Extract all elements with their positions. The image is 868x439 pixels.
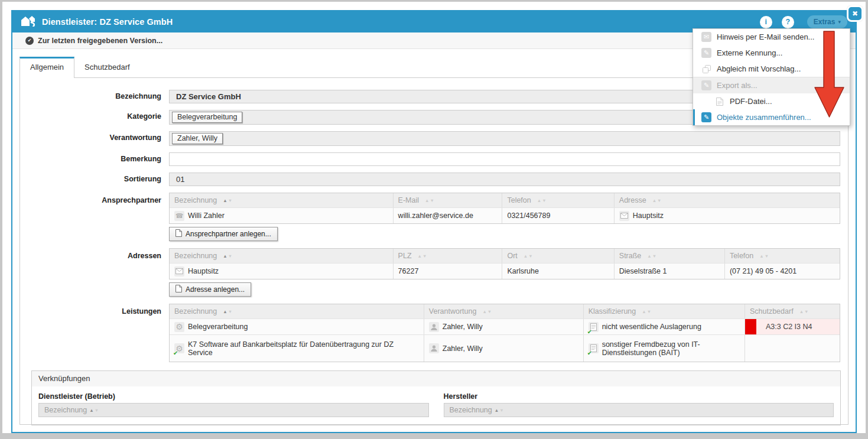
column-header-adresse[interactable]: Adresse ▲▼ — [614, 193, 840, 207]
sort-icons: ▲▼ — [799, 309, 809, 314]
add-adresse-button[interactable]: Adresse anlegen... — [169, 282, 251, 297]
adressen-table: Bezeichnung ▲▼ PLZ ▲▼ Ort ▲▼ Straße — [169, 248, 840, 279]
table-row[interactable]: ⚙✔ K7 Software auf Bankarbeitsplatz für … — [170, 334, 840, 362]
sortierung-field: 01 — [169, 173, 840, 186]
close-button[interactable]: ✖ — [847, 5, 863, 22]
check-icon: ✔ — [587, 350, 592, 356]
bezeichnung-label: Bezeichnung — [20, 90, 169, 100]
extras-button[interactable]: Extras ▾ — [807, 15, 847, 28]
table-row[interactable]: ⚙ Belegverarbeitung Zahler, Willy — [170, 318, 840, 334]
column-header-email[interactable]: E-Mail ▲▼ — [393, 193, 502, 207]
sort-icons: ▲▼ — [524, 253, 533, 259]
address-icon — [619, 211, 629, 221]
sort-icons: ▲▼ — [223, 309, 232, 314]
column-header-klassifizierung[interactable]: Klassifizierung ▲▼ — [583, 304, 745, 318]
service-provider-icon — [21, 15, 36, 29]
menu-item-abgleich-vorschlag[interactable]: Abgleich mit Vorschlag... — [693, 61, 850, 77]
menu-item-export-als: ✎ Export als... — [693, 77, 850, 93]
extras-button-label: Extras — [814, 18, 836, 26]
dienstleister-betrieb-label: Dienstleister (Betrieb) — [38, 392, 429, 401]
sort-icons: ▲▼ — [652, 198, 662, 203]
add-ansprechpartner-button[interactable]: Ansprechpartner anlegen... — [169, 227, 278, 241]
leistungen-label: Leistungen — [20, 304, 169, 316]
person-icon — [429, 343, 439, 353]
pdf-file-icon — [714, 96, 724, 106]
verantwortung-label: Verantwortung — [20, 131, 169, 142]
schutzbedarf-cell: A3:3 C2 I3 N4 — [745, 319, 840, 334]
column-header-ort[interactable]: Ort ▲▼ — [502, 249, 613, 263]
menu-item-objekte-zusammenfuehren[interactable]: ✎ Objekte zusammenführen... — [693, 109, 850, 125]
edit-icon: ✎ — [701, 48, 711, 58]
verknuepfungen-section: Verknüpfungen Dienstleister (Betrieb) Be… — [31, 370, 841, 425]
column-header-bezeichnung[interactable]: Bezeichnung ▲▼ — [170, 304, 424, 318]
service-gear-icon: ⚙ — [174, 322, 184, 332]
verknuepfungen-title: Verknüpfungen — [32, 371, 840, 386]
sort-icons: ▲▼ — [482, 309, 492, 314]
menu-item-externe-kennung[interactable]: ✎ Externe Kennung... — [693, 45, 850, 61]
classification-doc-icon: ✔ — [589, 343, 599, 353]
address-icon — [174, 266, 184, 277]
new-page-icon — [175, 285, 182, 294]
sort-icons: ▲▼ — [759, 253, 769, 259]
check-circle-icon: ✔ — [25, 37, 34, 45]
check-icon: ✔ — [587, 329, 592, 335]
sort-icons: ▲▼ — [647, 253, 656, 259]
sort-icons: ▲▼ — [425, 198, 434, 203]
empty-table-header-bezeichnung: Bezeichnung ▲▼ — [444, 403, 834, 417]
verantwortung-chip[interactable]: Zahler, Willy — [172, 133, 223, 144]
adressen-label: Adressen — [20, 248, 169, 260]
schutzbedarf-cell — [745, 335, 840, 362]
sort-icons: ▲▼ — [537, 198, 547, 203]
info-button[interactable]: i — [760, 16, 772, 28]
person-icon — [429, 322, 439, 332]
new-page-icon — [175, 229, 182, 239]
tab-allgemein[interactable]: Allgemein — [19, 57, 74, 78]
classification-doc-icon: ✔ — [589, 322, 599, 332]
verantwortung-field: Zahler, Willy — [169, 131, 840, 146]
hersteller-label: Hersteller — [444, 392, 834, 401]
info-icon: i — [765, 18, 767, 26]
help-icon: ? — [785, 18, 790, 26]
service-gear-icon: ⚙✔ — [174, 343, 184, 353]
menu-item-hinweis-email[interactable]: ✉ Hinweis per E-Mail senden... — [693, 29, 850, 45]
close-icon: ✖ — [852, 9, 858, 18]
table-row[interactable]: ☎ Willi Zahler willi.zahler@service.de 0… — [170, 207, 840, 223]
empty-table-header-bezeichnung: Bezeichnung ▲▼ — [38, 403, 429, 417]
merge-icon: ✎ — [701, 112, 711, 122]
kategorie-chip[interactable]: Belegverarbeitung — [172, 112, 242, 123]
column-header-bezeichnung[interactable]: Bezeichnung ▲▼ — [170, 249, 393, 263]
schutzbedarf-red-indicator — [745, 319, 756, 334]
last-released-version-label: Zur letzten freigegebenen Version... — [38, 37, 162, 45]
column-header-plz[interactable]: PLZ ▲▼ — [393, 249, 502, 263]
check-icon: ✔ — [173, 350, 178, 356]
ansprechpartner-table: Bezeichnung ▲▼ E-Mail ▲▼ Telefon ▲▼ Ad — [169, 193, 840, 224]
bemerkung-label: Bemerkung — [20, 152, 169, 163]
column-header-verantwortung[interactable]: Verantwortung ▲▼ — [424, 304, 583, 318]
mail-icon: ✉ — [701, 32, 711, 42]
sortierung-label: Sortierung — [20, 173, 169, 183]
sort-icons: ▲▼ — [642, 309, 651, 314]
sort-icons: ▲▼ — [223, 198, 232, 203]
copy-icon — [701, 64, 711, 74]
chevron-down-icon: ▾ — [838, 19, 841, 25]
tab-schutzbedarf[interactable]: Schutzbedarf — [74, 57, 140, 77]
column-header-bezeichnung[interactable]: Bezeichnung ▲▼ — [170, 193, 393, 207]
extras-menu: ✉ Hinweis per E-Mail senden... ✎ Externe… — [693, 28, 850, 126]
column-header-telefon[interactable]: Telefon ▲▼ — [724, 249, 840, 263]
bemerkung-input[interactable] — [169, 152, 840, 166]
column-header-strasse[interactable]: Straße ▲▼ — [614, 249, 724, 263]
column-header-schutzbedarf[interactable]: Schutzbedarf ▲▼ — [745, 304, 840, 318]
kategorie-label: Kategorie — [20, 110, 169, 121]
column-header-telefon[interactable]: Telefon ▲▼ — [502, 193, 613, 207]
contact-icon: ☎ — [174, 211, 184, 221]
table-row[interactable]: Hauptsitz 76227 Karlsruhe Dieselstraße 1… — [170, 263, 840, 279]
allgemein-tab-panel: Bezeichnung DZ Service GmbH Kategorie Be… — [19, 77, 849, 425]
window-title: Dienstleister: DZ Service GmbH — [42, 17, 173, 27]
leistungen-table: Bezeichnung ▲▼ Verantwortung ▲▼ Klassifi… — [169, 304, 840, 362]
sort-icons: ▲▼ — [418, 253, 427, 259]
menu-item-pdf-datei[interactable]: PDF-Datei... — [693, 93, 850, 109]
export-icon: ✎ — [701, 80, 711, 90]
sort-icons: ▲▼ — [223, 253, 232, 259]
help-button[interactable]: ? — [782, 16, 794, 28]
sort-icons: ▲▼ — [89, 408, 99, 413]
